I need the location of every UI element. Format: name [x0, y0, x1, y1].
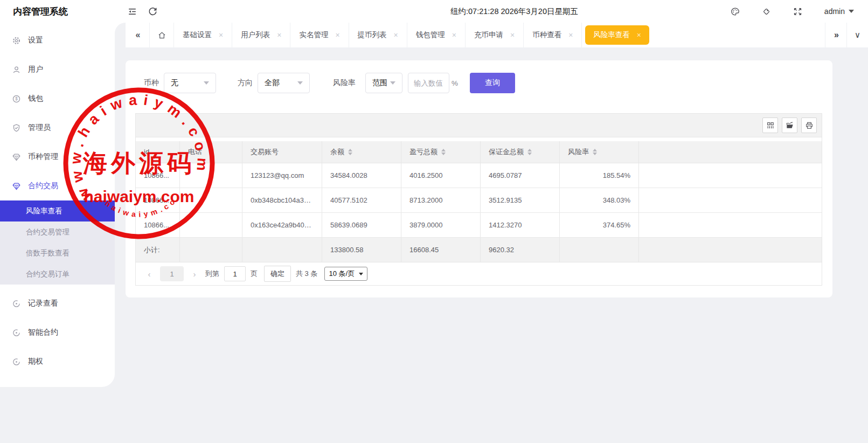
- close-icon[interactable]: ×: [568, 31, 573, 39]
- chevron-down-icon: [204, 81, 209, 85]
- sidebar-item-label: 钱包: [28, 94, 43, 103]
- close-icon[interactable]: ×: [452, 31, 456, 39]
- subtotal-row: 小计: 133800.58 16608.45 9620.32: [136, 238, 822, 262]
- columns-filter-button[interactable]: [762, 117, 778, 133]
- print-button[interactable]: [801, 117, 817, 133]
- collapse-sidebar-icon: [127, 6, 137, 17]
- sidebar-item-admins[interactable]: 管理员: [0, 113, 115, 142]
- close-icon[interactable]: ×: [335, 31, 339, 39]
- direction-select-value: 全部: [265, 78, 280, 88]
- risk-value-input[interactable]: [408, 73, 449, 93]
- prev-page-button[interactable]: ‹: [143, 269, 155, 279]
- direction-select[interactable]: 全部: [258, 73, 310, 93]
- cell-risk-rate: 185.54%: [560, 163, 639, 188]
- cell-id: 10866...: [136, 213, 180, 237]
- admin-username: admin: [824, 7, 845, 16]
- sidebar-item-contract-trading[interactable]: 合约交易: [0, 171, 115, 200]
- table-header-row: id 电话 交易账号 余额 盈亏总额 保证金总额 风险率: [136, 141, 822, 163]
- cell-filler: [639, 163, 822, 188]
- cell-account: 0xb348cbc104a37...: [242, 188, 322, 212]
- refresh-button[interactable]: [142, 0, 163, 23]
- tab-risk-rate-view-active[interactable]: 风险率查看 ×: [582, 23, 652, 47]
- dollar-circle-icon: $: [12, 94, 21, 103]
- home-tab-button[interactable]: [150, 23, 174, 47]
- svg-text:$: $: [15, 96, 18, 101]
- table-row[interactable]: 10866... 0x163ce42a9b407... 58639.0689 3…: [136, 213, 822, 238]
- tab-label: 实名管理: [299, 30, 328, 40]
- sidebar-item-settings[interactable]: 设置: [0, 26, 115, 55]
- collapse-sidebar-button[interactable]: [122, 0, 142, 23]
- sort-icon[interactable]: [441, 149, 446, 155]
- theme-button[interactable]: [725, 0, 746, 23]
- tab-label: 基础设置: [183, 30, 212, 40]
- sidebar-item-coin-management[interactable]: 币种管理: [0, 142, 115, 171]
- risk-mode-select[interactable]: 范围: [365, 73, 402, 93]
- table-toolbar: [136, 114, 822, 137]
- confirm-page-button[interactable]: 确定: [264, 266, 291, 282]
- timezone-clock: 纽约:07:21:28 2026年3月20日星期五: [450, 0, 578, 23]
- column-header-account: 交易账号: [242, 141, 322, 163]
- sort-icon[interactable]: [527, 149, 532, 155]
- chevron-down-icon: [359, 273, 363, 275]
- tab-wallet-management[interactable]: 钱包管理 ×: [407, 23, 466, 47]
- double-chevron-left-icon: «: [136, 30, 140, 40]
- sidebar-item-options[interactable]: 期权: [0, 347, 115, 376]
- cell-id: 10866...: [136, 188, 180, 212]
- subtotal-label: 小计:: [136, 238, 180, 262]
- current-page-button[interactable]: 1: [160, 266, 184, 281]
- sidebar-item-smart-contracts[interactable]: 智能合约: [0, 318, 115, 347]
- sidebar-item-label: 期权: [28, 357, 43, 366]
- tab-basic-settings[interactable]: 基础设置 ×: [174, 23, 232, 47]
- currency-select[interactable]: 无: [164, 73, 216, 93]
- close-icon[interactable]: ×: [637, 31, 641, 39]
- close-icon[interactable]: ×: [277, 31, 281, 39]
- scroll-tabs-left-button[interactable]: «: [126, 23, 150, 47]
- column-header-phone: 电话: [180, 141, 242, 163]
- search-button[interactable]: 查询: [470, 73, 515, 93]
- scroll-tabs-right-button[interactable]: »: [825, 23, 846, 47]
- currency-select-value: 无: [171, 78, 178, 88]
- fullscreen-button[interactable]: [788, 0, 808, 23]
- tag-button[interactable]: [756, 0, 777, 23]
- table-row[interactable]: 10866... 0xb348cbc104a37... 40577.5102 8…: [136, 188, 822, 213]
- sidebar-item-records-view[interactable]: 记录查看: [0, 289, 115, 318]
- submenu-item-risk-rate-view[interactable]: 风险率查看: [0, 200, 115, 221]
- fullscreen-icon: [793, 6, 803, 17]
- cell-margin: 3512.9135: [481, 188, 560, 212]
- page-unit-label: 页: [251, 269, 258, 279]
- gem-icon: [12, 182, 21, 191]
- tab-coin-view[interactable]: 币种查看 ×: [524, 23, 582, 47]
- subtotal-phone: [180, 238, 242, 262]
- refresh-icon: [148, 6, 158, 17]
- tab-deposit-requests[interactable]: 充币申请 ×: [466, 23, 524, 47]
- cell-filler: [639, 213, 822, 237]
- tab-user-list[interactable]: 用户列表 ×: [232, 23, 290, 47]
- page-size-select[interactable]: 10 条/页: [324, 267, 367, 281]
- sort-icon[interactable]: [593, 149, 597, 155]
- next-page-button[interactable]: ›: [189, 269, 200, 279]
- sidebar-item-wallet[interactable]: $ 钱包: [0, 84, 115, 113]
- submenu-item-contract-trade-management[interactable]: 合约交易管理: [0, 221, 115, 243]
- chevron-down-icon: [390, 81, 395, 85]
- close-icon[interactable]: ×: [394, 31, 398, 39]
- tab-withdraw-list[interactable]: 提币列表 ×: [349, 23, 407, 47]
- admin-dropdown[interactable]: admin: [819, 7, 854, 16]
- tab-bar: « 基础设置 × 用户列表 × 实名管理 × 提币列表 × 钱包管理 × 充币申…: [126, 23, 868, 47]
- sidebar-item-users[interactable]: 用户: [0, 55, 115, 84]
- close-icon[interactable]: ×: [510, 31, 515, 39]
- submenu-item-contract-trade-orders[interactable]: 合约交易订单: [0, 264, 115, 285]
- tab-label: 币种查看: [532, 30, 561, 40]
- table-row[interactable]: 10866... 123123@qq.com 34584.0028 4016.2…: [136, 163, 822, 188]
- column-header-margin-total: 保证金总额: [481, 141, 560, 163]
- export-button[interactable]: [782, 117, 797, 133]
- chevron-down-icon: ∨: [855, 30, 860, 40]
- sort-icon[interactable]: [348, 149, 352, 155]
- close-icon[interactable]: ×: [219, 31, 223, 39]
- goto-page-input[interactable]: [224, 266, 246, 281]
- sidebar-item-label: 记录查看: [28, 299, 58, 308]
- tab-label: 风险率查看: [593, 30, 630, 40]
- cell-margin: 1412.3270: [481, 213, 560, 237]
- tab-real-name-management[interactable]: 实名管理 ×: [290, 23, 349, 47]
- submenu-item-multiplier-lots-view[interactable]: 倍数手数查看: [0, 243, 115, 264]
- tab-options-button[interactable]: ∨: [846, 23, 868, 47]
